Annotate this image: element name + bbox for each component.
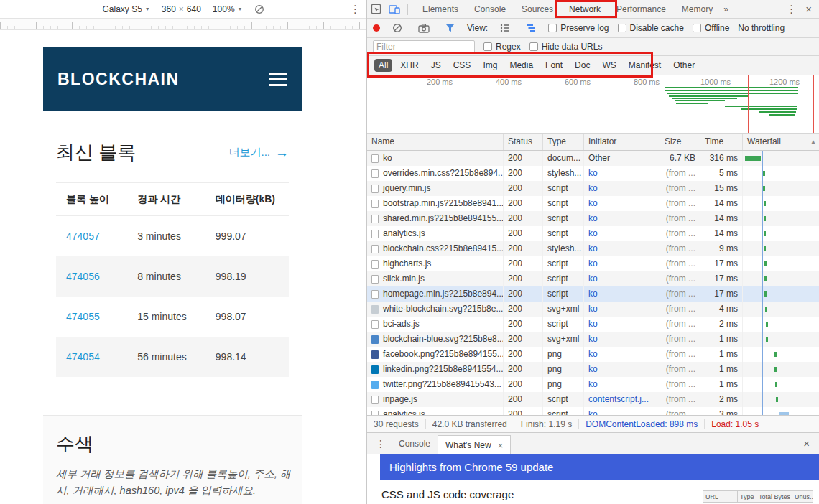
network-request-row[interactable]: analytics.js200scriptko(from ...3 ms: [367, 407, 819, 415]
rotate-icon[interactable]: [254, 4, 264, 14]
block-row[interactable]: 4740573 minutes999.07: [56, 216, 289, 256]
request-initiator[interactable]: ko: [584, 196, 660, 211]
block-row[interactable]: 4740568 minutes998.19: [56, 256, 289, 297]
network-request-row[interactable]: blockchain-blue.svg?215b8e8...200svg+xml…: [367, 332, 819, 347]
filter-input[interactable]: [373, 40, 475, 53]
view-waterfall-icon[interactable]: [522, 24, 540, 32]
more-tabs-chevron[interactable]: »: [721, 0, 731, 19]
viewport-height-field[interactable]: 640: [187, 4, 201, 14]
zoom-select[interactable]: 100% ▼: [213, 4, 243, 14]
type-filter-all[interactable]: All: [374, 59, 392, 72]
network-request-row[interactable]: facebook.png?215b8e894155...200pngko(fro…: [367, 347, 819, 362]
column-header-size[interactable]: Size: [660, 134, 700, 150]
tab-console-drawer[interactable]: Console: [392, 433, 438, 454]
hamburger-menu-icon[interactable]: [269, 73, 287, 86]
hide-data-urls-checkbox[interactable]: Hide data URLs: [529, 42, 603, 52]
inspect-element-icon[interactable]: [367, 4, 385, 14]
request-initiator[interactable]: ko: [584, 317, 660, 332]
viewport-width-field[interactable]: 360: [162, 4, 176, 14]
see-more-link[interactable]: 더보기... →: [228, 145, 289, 161]
column-header-status[interactable]: Status: [504, 134, 543, 150]
column-header-type[interactable]: Type: [543, 134, 584, 150]
request-initiator[interactable]: ko: [584, 241, 660, 256]
type-filter-img[interactable]: Img: [478, 59, 501, 72]
block-row[interactable]: 47405515 minutes998.07: [56, 297, 289, 337]
record-icon[interactable]: [373, 24, 380, 32]
block-row[interactable]: 47405456 minutes998.14: [56, 337, 289, 377]
regex-checkbox[interactable]: Regex: [483, 42, 521, 52]
request-initiator[interactable]: contentscript.j...: [584, 392, 660, 407]
type-filter-xhr[interactable]: XHR: [396, 59, 422, 72]
request-initiator[interactable]: ko: [584, 332, 660, 347]
network-request-row[interactable]: shared.min.js?215b8e894155...200scriptko…: [367, 211, 819, 226]
capture-screenshots-camera-icon[interactable]: [415, 24, 433, 33]
device-toolbar-toggle-icon[interactable]: [385, 4, 404, 14]
type-filter-font[interactable]: Font: [541, 59, 567, 72]
block-height-link[interactable]: 474056: [56, 271, 126, 282]
device-menu-3dots-icon[interactable]: ⋮: [350, 3, 361, 16]
offline-checkbox[interactable]: Offline: [693, 23, 729, 33]
tab-elements[interactable]: Elements: [415, 0, 466, 18]
device-select[interactable]: Galaxy S5 ▼: [102, 4, 149, 14]
request-initiator[interactable]: ko: [584, 211, 660, 226]
request-initiator[interactable]: ko: [584, 286, 660, 302]
type-filter-manifest[interactable]: Manifest: [624, 59, 665, 72]
network-request-row[interactable]: twitter.png?215b8e89415543...200pngko(fr…: [367, 377, 819, 392]
tab-whats-new[interactable]: What's New ×: [438, 435, 511, 454]
tab-performance[interactable]: Performance: [609, 0, 674, 18]
tab-network[interactable]: Network: [561, 0, 609, 18]
block-height-link[interactable]: 474057: [56, 230, 126, 242]
request-initiator[interactable]: ko: [584, 256, 660, 271]
close-icon[interactable]: ×: [498, 440, 504, 451]
network-request-row[interactable]: blockchain.css?215b8e89415...200stylesh.…: [367, 241, 819, 256]
column-header-time[interactable]: Time: [700, 134, 743, 150]
request-initiator[interactable]: ko: [584, 347, 660, 362]
block-height-link[interactable]: 474054: [56, 351, 126, 363]
network-request-row[interactable]: highcharts.js200scriptko(from ...17 ms: [367, 256, 819, 271]
network-request-row[interactable]: ko200docum...Other6.7 KB316 ms: [367, 151, 819, 166]
tab-sources[interactable]: Sources: [514, 0, 561, 18]
filter-funnel-icon[interactable]: [442, 24, 458, 32]
network-request-row[interactable]: bci-ads.js200scriptko(from ...2 ms: [367, 317, 819, 332]
network-request-row[interactable]: homepage.min.js?215b8e894...200scriptko(…: [367, 286, 819, 302]
drawer-close-icon[interactable]: ×: [803, 437, 819, 449]
block-height-link[interactable]: 474055: [56, 311, 126, 322]
network-request-row[interactable]: bootstrap.min.js?215b8e8941...200scriptk…: [367, 196, 819, 211]
network-request-row[interactable]: inpage.js200scriptcontentscript.j...(fro…: [367, 392, 819, 407]
column-header-waterfall[interactable]: Waterfall▲: [743, 134, 819, 150]
request-initiator[interactable]: ko: [584, 271, 660, 286]
column-header-name[interactable]: Name: [367, 134, 504, 150]
network-request-row[interactable]: jquery.min.js200scriptko(from ...15 ms: [367, 181, 819, 196]
network-request-row[interactable]: linkedin.png?215b8e8941554...200pngko(fr…: [367, 362, 819, 377]
request-size: (from ...: [660, 166, 700, 181]
devtools-close-icon[interactable]: ×: [805, 3, 812, 15]
disable-cache-checkbox[interactable]: Disable cache: [618, 23, 684, 33]
tab-console[interactable]: Console: [466, 0, 514, 18]
network-request-row[interactable]: analytics.js200scriptko(from ...14 ms: [367, 226, 819, 241]
request-initiator[interactable]: ko: [584, 407, 660, 415]
request-initiator[interactable]: ko: [584, 362, 660, 377]
type-filter-doc[interactable]: Doc: [570, 59, 594, 72]
view-list-icon[interactable]: [496, 24, 514, 32]
column-header-initiator[interactable]: Initiator: [584, 134, 660, 150]
request-initiator[interactable]: ko: [584, 181, 660, 196]
network-request-row[interactable]: overrides.min.css?215b8e894...200stylesh…: [367, 166, 819, 181]
devtools-menu-3dots-icon[interactable]: ⋮: [786, 3, 797, 16]
tab-memory[interactable]: Memory: [674, 0, 721, 18]
request-initiator[interactable]: ko: [584, 302, 660, 317]
throttling-select[interactable]: No throttling: [738, 23, 785, 33]
preserve-log-checkbox[interactable]: Preserve log: [548, 23, 609, 33]
type-filter-other[interactable]: Other: [669, 59, 699, 72]
type-filter-media[interactable]: Media: [505, 59, 537, 72]
network-overview[interactable]: 200 ms400 ms600 ms800 ms1000 ms1200 ms: [367, 75, 819, 134]
drawer-menu-3dots-icon[interactable]: ⋮: [367, 438, 392, 449]
clear-icon[interactable]: [389, 23, 406, 33]
type-filter-ws[interactable]: WS: [598, 59, 620, 72]
network-request-row[interactable]: slick.min.js200scriptko(from ...17 ms: [367, 271, 819, 286]
request-initiator[interactable]: ko: [584, 226, 660, 241]
request-initiator[interactable]: ko: [584, 377, 660, 392]
request-initiator[interactable]: ko: [584, 166, 660, 181]
network-request-row[interactable]: white-blockchain.svg?215b8e...200svg+xml…: [367, 302, 819, 317]
type-filter-js[interactable]: JS: [427, 59, 445, 72]
type-filter-css[interactable]: CSS: [449, 59, 476, 72]
